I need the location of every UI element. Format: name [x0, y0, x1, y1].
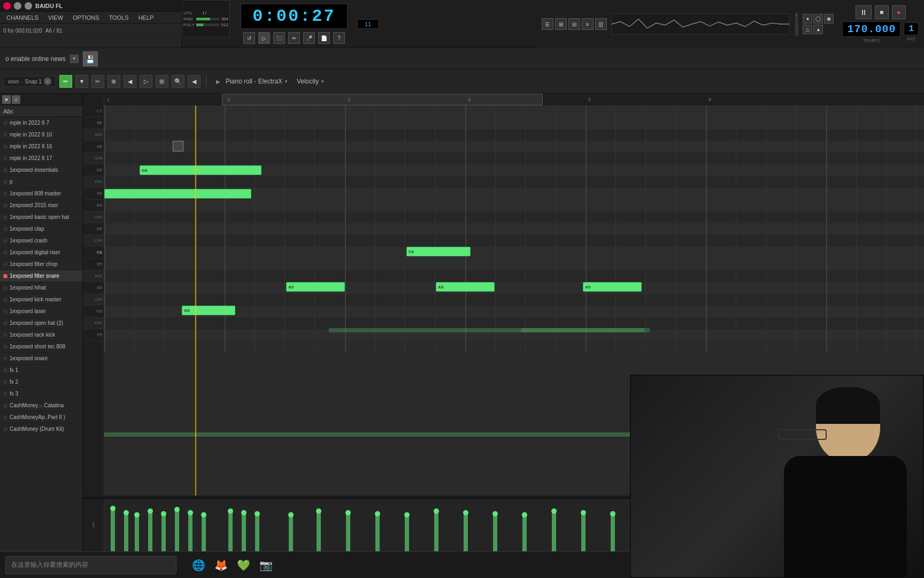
mix-btn-1[interactable]: ●	[803, 14, 812, 24]
track-item-12[interactable]: 1exposed filter chop	[0, 258, 82, 270]
vel-bar-13[interactable]	[346, 513, 350, 551]
track-item-7[interactable]: 1exposed 2015 riser	[0, 200, 82, 211]
menu-tools[interactable]: TOOLS	[105, 13, 133, 22]
vel-bar-19[interactable]	[522, 515, 527, 551]
vel-bar-10[interactable]	[255, 514, 259, 551]
track-item-14[interactable]: 1exposed hihat	[0, 282, 82, 294]
mixer-icon-4[interactable]: ≡	[582, 18, 594, 30]
vel-bar-14[interactable]	[375, 514, 380, 551]
timeline-selection[interactable]	[222, 94, 543, 105]
track-item-22[interactable]: fx 2	[0, 376, 82, 388]
taskbar-icon-firefox[interactable]: 🦊	[212, 556, 230, 574]
track-name-btn[interactable]: A	[12, 95, 20, 104]
key-fs6[interactable]: F#6	[83, 176, 104, 188]
key-a5[interactable]: A5	[83, 282, 104, 294]
deform-tool[interactable]: ▷	[140, 75, 152, 88]
note-a5-3[interactable]: A5	[583, 282, 642, 292]
menu-view[interactable]: VIEW	[44, 13, 67, 22]
erase-tool[interactable]: ⊗	[107, 75, 120, 88]
vel-bar-22[interactable]	[611, 514, 615, 551]
note-f6-1[interactable]	[104, 189, 251, 199]
mix-btn-3[interactable]: ◉	[824, 14, 834, 24]
vel-bar-11[interactable]	[289, 515, 293, 551]
key-as6[interactable]: A#6	[83, 129, 104, 141]
key-g6[interactable]: G6	[83, 164, 104, 176]
mix-btn-2[interactable]: ◯	[813, 14, 823, 24]
news-save-icon[interactable]: 💾	[83, 51, 98, 66]
maximize-button[interactable]	[25, 2, 32, 10]
play-button[interactable]: ⏸	[856, 5, 872, 19]
track-item-23[interactable]: fx 3	[0, 388, 82, 400]
minimize-button[interactable]	[14, 2, 21, 10]
track-item-0[interactable]: mple in 2022 8 7	[0, 117, 82, 129]
zoom-tool[interactable]: 🔍	[172, 75, 184, 88]
note-c6-1[interactable]: C6	[406, 247, 471, 256]
key-b5[interactable]: B5	[83, 258, 104, 270]
vel-bar-4[interactable]	[161, 514, 166, 551]
taskbar-icon-chat[interactable]: 💚	[234, 556, 252, 574]
track-item-19[interactable]: 1exposed short tec 808	[0, 341, 82, 353]
vel-bar-0[interactable]	[111, 508, 115, 551]
note-g6-1[interactable]: G6	[140, 165, 261, 175]
vel-bar-5[interactable]	[175, 509, 179, 551]
track-item-2[interactable]: mple in 2022 8 16	[0, 141, 82, 153]
track-item-18[interactable]: 1exposed rack kick	[0, 329, 82, 341]
key-a6[interactable]: A6	[83, 141, 104, 153]
key-as5[interactable]: A#5	[83, 270, 104, 282]
piano-roll-arrow[interactable]: ▶	[216, 79, 220, 85]
taskbar-search-bar[interactable]: 在这里输入你要搜索的内容	[5, 556, 176, 574]
track-item-8[interactable]: 1exposed basic open hat	[0, 211, 82, 223]
help-button[interactable]: ?	[333, 32, 345, 44]
tempo-value[interactable]: 170.000	[842, 21, 900, 37]
key-ds6[interactable]: D#6	[83, 211, 104, 223]
grid-toggle[interactable]: ⊞	[156, 75, 168, 88]
track-item-6[interactable]: 1exposed 808 master	[0, 188, 82, 200]
key-f5[interactable]: F5	[83, 329, 104, 341]
track-item-25[interactable]: CashMoneyAp..Part II )	[0, 412, 82, 423]
track-item-24[interactable]: CashMoney..- Catalina	[0, 400, 82, 412]
vel-bar-21[interactable]	[581, 513, 586, 551]
file-button[interactable]: 📄	[318, 32, 330, 44]
news-toggle[interactable]: ▼	[70, 55, 79, 63]
taskbar-icon-photo[interactable]: 📷	[257, 556, 275, 574]
track-item-21[interactable]: fx 1	[0, 364, 82, 376]
vel-bar-6[interactable]	[188, 513, 192, 551]
track-item-5[interactable]: p	[0, 176, 82, 188]
menu-options[interactable]: OPTIONS	[68, 13, 104, 22]
vel-bar-7[interactable]	[202, 515, 206, 551]
menu-help[interactable]: HELP	[134, 13, 158, 22]
menu-channels[interactable]: CHANNELS	[2, 13, 43, 22]
vel-bar-1[interactable]	[124, 513, 128, 551]
vel-bar-20[interactable]	[552, 511, 556, 551]
track-item-3[interactable]: mple in 2022 8 17	[0, 153, 82, 164]
vel-bar-9[interactable]	[242, 513, 246, 551]
nav-left-tool[interactable]: ◀	[188, 75, 201, 88]
key-f6[interactable]: F6	[83, 188, 104, 200]
mixer-icon-5[interactable]: |||	[595, 18, 607, 30]
note-a5-2[interactable]: A5	[436, 282, 495, 292]
mix-btn-4[interactable]: △	[803, 25, 812, 34]
taskbar-icon-browser[interactable]: 🌐	[189, 556, 207, 574]
close-snap[interactable]: ×	[44, 78, 51, 85]
note-g5-1[interactable]: G5	[182, 306, 235, 315]
track-item-26[interactable]: CashMoney (Drum Kit)	[0, 423, 82, 435]
cut-tool[interactable]: ✂	[91, 75, 104, 88]
vel-bar-16[interactable]	[434, 511, 438, 551]
vel-bar-17[interactable]	[464, 513, 468, 551]
draw-tool[interactable]: ✏	[59, 75, 72, 88]
pen-button[interactable]: ✏	[288, 32, 300, 44]
key-d6[interactable]: D6	[83, 223, 104, 235]
vel-bar-3[interactable]	[148, 511, 152, 551]
track-item-13[interactable]: 1exposed filter snare	[0, 270, 82, 282]
vel-bar-8[interactable]	[228, 511, 233, 551]
track-item-10[interactable]: 1exposed crash	[0, 235, 82, 247]
key-b6[interactable]: B6	[83, 117, 104, 129]
track-item-16[interactable]: 1exposed laser	[0, 306, 82, 317]
key-cs6[interactable]: C#6	[83, 235, 104, 247]
key-c7[interactable]: C7	[83, 105, 104, 117]
vel-bar-15[interactable]	[405, 515, 409, 551]
mix-btn-5[interactable]: ▲	[813, 25, 823, 34]
track-color-btn[interactable]: ■	[2, 95, 11, 104]
mixer-icon-2[interactable]: ⊞	[555, 18, 567, 30]
key-gs6[interactable]: G#6	[83, 153, 104, 164]
